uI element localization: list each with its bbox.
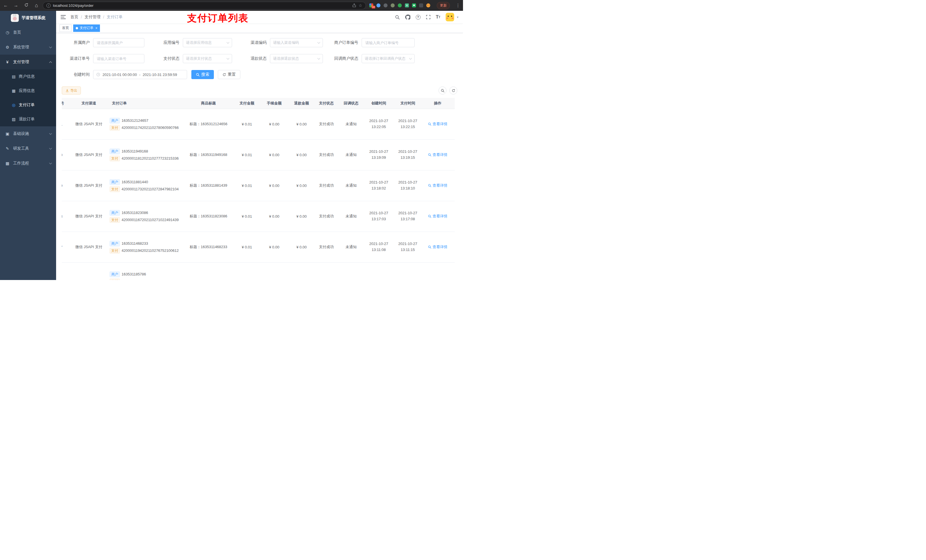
refund-status-select[interactable]: 请选择退款状态 — [270, 54, 323, 63]
search-icon — [428, 184, 431, 187]
breadcrumb-home[interactable]: 首页 — [70, 15, 78, 20]
tab-home[interactable]: 首页 — [59, 24, 71, 32]
search-button[interactable]: 搜索 — [191, 70, 214, 79]
view-detail-link[interactable]: 查看详情 — [428, 183, 447, 188]
view-detail-link[interactable]: 查看详情 — [428, 152, 447, 157]
view-detail-link[interactable]: 查看详情 — [428, 245, 447, 249]
filter-label: 应用编号 — [144, 40, 183, 45]
table-row: 20 微信 JSAPI 支付 商户1635311949168 支付4200001… — [62, 139, 455, 170]
notify-status-select[interactable]: 请选择订单回调商户状态 — [362, 54, 415, 63]
tags-view: 首页 支付订单 × — [56, 23, 463, 33]
view-detail-link[interactable]: 查看详情 — [428, 122, 447, 127]
merchant-no: 163531185786 — [122, 272, 146, 276]
dashboard-icon: ◷ — [5, 30, 10, 35]
pay-badge: 支付 — [110, 279, 120, 280]
browser-home-icon[interactable]: ⌂ — [33, 3, 39, 9]
sidebar-item-label: 研发工具 — [13, 146, 29, 151]
close-icon[interactable]: × — [95, 26, 97, 30]
extension-grid-icon[interactable]: 10 — [369, 3, 373, 8]
tab-label: 支付订单 — [80, 26, 94, 30]
refresh-table-button[interactable] — [449, 86, 457, 95]
hamburger-icon[interactable] — [61, 15, 66, 19]
url-text[interactable]: localhost:1024/pay/order — [53, 3, 350, 8]
extension-pin-icon[interactable] — [419, 3, 423, 8]
pay-badge: 支付 — [110, 125, 120, 131]
vue-devtools-icon[interactable]: V — [405, 3, 409, 8]
chevron-down-icon — [318, 41, 320, 44]
breadcrumb-payment[interactable]: 支付管理 — [85, 15, 100, 20]
browser-reload-icon[interactable] — [23, 3, 29, 8]
avatar-caret-icon[interactable]: ▾ — [457, 15, 458, 19]
sidebar-item-workflow[interactable]: ▩ 工作流程 — [0, 156, 56, 171]
pay-no: 4200001173202110272847982104 — [122, 187, 179, 191]
clock-icon — [96, 72, 100, 77]
tab-pay-order[interactable]: 支付订单 × — [73, 24, 100, 32]
app-select[interactable]: 请选择应用信息 — [183, 38, 232, 47]
title-cell: 标题：1635311881439 — [182, 170, 236, 201]
extension-blue-icon[interactable] — [377, 3, 380, 8]
sidebar-item-pay-order[interactable]: ◎ 支付订单 — [0, 98, 56, 112]
fee-cell: ¥ 0.00 — [258, 109, 290, 139]
github-icon[interactable] — [405, 15, 410, 20]
extension-green-icon[interactable] — [398, 3, 402, 8]
browser-update-button[interactable]: 更新 — [437, 2, 450, 9]
col-fee: 手续金额 — [258, 98, 290, 109]
id-cell: 20 — [62, 139, 70, 170]
table-row: 18 微信 JSAPI 支付 商户1635311823086 支付4200001… — [62, 201, 455, 232]
help-icon[interactable]: ? — [416, 15, 421, 20]
table-header-row: 编号 支付渠道 支付订单 商品标题 支付金额 手续金额 退款金额 支付状态 回调… — [62, 98, 455, 109]
search-icon[interactable] — [395, 15, 400, 20]
profile-avatar-icon[interactable] — [426, 3, 430, 8]
pay-status-select[interactable]: 请选择支付状态 — [183, 54, 232, 63]
merchant-order-no-input[interactable] — [362, 38, 415, 47]
amount-cell: ¥ 0.01 — [236, 232, 258, 263]
font-size-icon[interactable]: TT — [436, 15, 440, 20]
view-detail-link[interactable]: 查看详情 — [428, 214, 447, 219]
sidebar-item-payment[interactable]: ¥ 支付管理 — [0, 54, 56, 69]
fee-cell: ¥ 0.00 — [258, 201, 290, 232]
merchant-badge: 商户 — [110, 179, 120, 185]
col-order: 支付订单 — [107, 98, 182, 109]
sidebar-item-devtools[interactable]: ✎ 研发工具 — [0, 141, 56, 156]
filter-label: 所属商户 — [62, 40, 93, 45]
fullscreen-icon[interactable] — [426, 15, 431, 20]
share-icon[interactable] — [352, 3, 356, 8]
id-cell: 19 — [62, 170, 70, 201]
browser-menu-icon[interactable]: ⋮ — [456, 3, 460, 8]
bookmark-star-icon[interactable]: ☆ — [359, 3, 362, 8]
merchant-no: 1635311881440 — [122, 180, 148, 184]
site-info-icon[interactable]: i — [47, 3, 51, 8]
extension-chat-icon[interactable] — [412, 3, 416, 8]
user-avatar[interactable] — [446, 13, 454, 21]
app-logo[interactable]: 芋道管理系统 — [0, 11, 56, 25]
toggle-search-button[interactable] — [439, 86, 446, 95]
create-time-range-picker[interactable]: 2021-10-01 00:00:00 - 2021-10-31 23:59:5… — [93, 70, 187, 79]
extension-olive-icon[interactable] — [391, 3, 395, 8]
export-button[interactable]: 导出 — [62, 86, 81, 95]
status-cell — [313, 263, 340, 280]
channel-order-no-input[interactable] — [93, 54, 144, 63]
action-cell: 查看详情 — [421, 109, 455, 139]
channel-code-select[interactable]: 请输入渠道编码 — [270, 38, 323, 47]
sidebar-item-refund-order[interactable]: ▨ 退款订单 — [0, 112, 56, 126]
browser-back-icon[interactable]: ← — [3, 3, 9, 8]
create-time-cell: 2021-10-2713:19:09 — [363, 139, 395, 170]
sidebar-item-merchant-info[interactable]: ▤ 商户信息 — [0, 69, 56, 84]
extension-gray-icon[interactable] — [384, 3, 387, 8]
browser-forward-icon[interactable]: → — [13, 3, 19, 8]
sidebar-item-system[interactable]: ⚙ 系统管理 — [0, 40, 56, 54]
search-icon — [196, 73, 200, 77]
sidebar-item-app-info[interactable]: ▦ 应用信息 — [0, 84, 56, 98]
reset-button[interactable]: 重置 — [218, 70, 240, 79]
sidebar-item-home[interactable]: ◷ 首页 — [0, 25, 56, 40]
merchant-input[interactable] — [93, 38, 144, 47]
sidebar-item-label: 基础设施 — [13, 131, 29, 136]
sidebar: 芋道管理系统 ◷ 首页 ⚙ 系统管理 ¥ 支付管理 ▤ 商户信息 ▦ — [0, 11, 56, 280]
date-end: 2021-10-31 23:59:59 — [143, 72, 177, 77]
merchant-badge: 商户 — [110, 210, 120, 216]
refund-cell: ¥ 0.00 — [290, 170, 313, 201]
sidebar-item-infrastructure[interactable]: ▣ 基础设施 — [0, 126, 56, 141]
address-bar[interactable]: i localhost:1024/pay/order ☆ — [43, 2, 366, 9]
filter-label: 创建时间 — [62, 72, 93, 77]
order-no-cell: 商户1635311949168 支付4200001181202110277723… — [107, 139, 182, 170]
